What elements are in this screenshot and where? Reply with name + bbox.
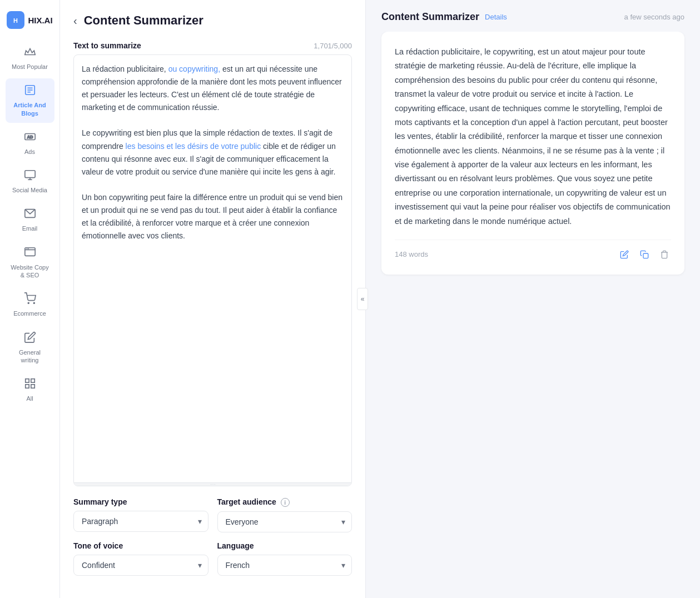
svg-rect-8 — [24, 171, 34, 178]
svg-rect-20 — [25, 385, 28, 388]
content-area: ‹ Content Summarizer Text to summarize 1… — [60, 0, 700, 598]
tone-select-wrapper: Confident Formal Casual Friendly — [73, 555, 208, 576]
sidebar-item-most-popular[interactable]: Most Popular — [6, 40, 54, 76]
sidebar-item-website-seo-label: Website Copy & SEO — [10, 263, 50, 280]
delete-button[interactable] — [658, 248, 671, 261]
back-button[interactable]: ‹ — [73, 14, 77, 27]
language-group: Language French English Spanish German — [217, 541, 353, 576]
tone-select[interactable]: Confident Formal Casual Friendly — [73, 555, 208, 576]
sidebar-item-article-blogs-label: Article And Blogs — [10, 101, 50, 117]
language-label: Language — [217, 541, 353, 550]
sidebar-item-social-media-label: Social Media — [12, 186, 47, 194]
sidebar-item-email[interactable]: Email — [6, 202, 54, 238]
target-audience-group: Target audience i Everyone Business Stud… — [217, 497, 353, 532]
crown-icon — [24, 46, 36, 61]
sidebar-item-email-label: Email — [22, 225, 38, 232]
edit-button[interactable] — [618, 248, 631, 261]
page-title: Content Summarizer — [84, 13, 203, 28]
collapse-button[interactable]: « — [357, 288, 368, 310]
sidebar-item-ecommerce[interactable]: Ecommerce — [6, 287, 54, 323]
svg-rect-18 — [25, 379, 28, 382]
sidebar-item-general-writing[interactable]: General writing — [6, 326, 54, 370]
sidebar-item-social-media[interactable]: Social Media — [6, 163, 54, 200]
monitor-icon — [24, 169, 36, 184]
grid-icon — [24, 377, 36, 392]
char-count: 1,701/5,000 — [314, 42, 352, 50]
output-header: Content Summarizer Details a few seconds… — [366, 0, 700, 32]
left-panel: ‹ Content Summarizer Text to summarize 1… — [60, 0, 366, 598]
output-title: Content Summarizer — [381, 11, 479, 23]
form-row-1: Summary type Paragraph Bullet Points Bri… — [73, 497, 352, 532]
language-select-wrapper: French English Spanish German — [217, 555, 353, 576]
sidebar-item-all[interactable]: All — [6, 372, 54, 408]
article-icon — [24, 84, 36, 99]
target-audience-label: Target audience i — [217, 497, 353, 507]
copy-button[interactable] — [638, 248, 651, 261]
form-section: Text to summarize 1,701/5,000 La rédacti… — [73, 41, 352, 585]
target-audience-select-wrapper: Everyone Business Students General Publi… — [217, 511, 353, 532]
sidebar-item-all-label: All — [26, 395, 33, 402]
logo-icon: H — [7, 11, 24, 29]
text-field-label: Text to summarize — [73, 41, 141, 50]
summary-type-group: Summary type Paragraph Bullet Points Bri… — [73, 497, 208, 532]
app-name: HIX.AI — [28, 16, 52, 25]
svg-rect-21 — [31, 385, 34, 388]
sidebar-item-ads-label: Ads — [24, 148, 35, 156]
sidebar-item-website-seo[interactable]: Website Copy & SEO — [6, 241, 54, 285]
tone-label: Tone of voice — [73, 541, 208, 550]
website-icon — [24, 246, 36, 261]
sidebar: H HIX.AI Most Popular Article And Blogs — [0, 0, 60, 598]
result-footer: 148 words — [395, 240, 671, 261]
svg-rect-22 — [643, 253, 648, 258]
output-body: La rédaction publicitaire, le copywritin… — [366, 32, 700, 598]
main-content: ‹ Content Summarizer Text to summarize 1… — [60, 0, 700, 598]
sidebar-item-ecommerce-label: Ecommerce — [13, 310, 46, 317]
field-header: Text to summarize 1,701/5,000 — [73, 41, 352, 50]
result-actions — [618, 248, 671, 261]
right-panel: Content Summarizer Details a few seconds… — [366, 0, 700, 598]
svg-rect-19 — [31, 379, 34, 382]
sidebar-item-article-blogs[interactable]: Article And Blogs — [6, 78, 54, 123]
svg-rect-12 — [24, 248, 34, 256]
textarea-wrapper: La rédaction publicitaire, ou copywritin… — [73, 54, 352, 486]
tone-group: Tone of voice Confident Formal Casual Fr… — [73, 541, 208, 576]
summary-type-label: Summary type — [73, 497, 208, 506]
timestamp: a few seconds ago — [624, 13, 684, 21]
sidebar-item-most-popular-label: Most Popular — [12, 63, 48, 71]
page-header: ‹ Content Summarizer — [73, 13, 352, 28]
details-link[interactable]: Details — [485, 13, 507, 21]
app-logo[interactable]: H HIX.AI — [0, 7, 59, 38]
sidebar-item-general-writing-label: General writing — [10, 348, 50, 365]
svg-text:AD: AD — [27, 134, 33, 139]
target-audience-select[interactable]: Everyone Business Students General Publi… — [217, 511, 353, 532]
svg-text:H: H — [13, 17, 18, 24]
summary-type-select-wrapper: Paragraph Bullet Points Brief — [73, 511, 208, 532]
resize-handle[interactable]: ⋯ — [74, 482, 351, 486]
svg-point-16 — [28, 303, 29, 304]
textarea-display[interactable]: La rédaction publicitaire, ou copywritin… — [74, 55, 351, 482]
result-card: La rédaction publicitaire, le copywritin… — [381, 32, 684, 275]
result-text: La rédaction publicitaire, le copywritin… — [395, 45, 671, 228]
info-icon: i — [281, 498, 290, 507]
cart-icon — [24, 292, 36, 307]
summary-type-select[interactable]: Paragraph Bullet Points Brief — [73, 511, 208, 532]
email-icon — [24, 207, 36, 222]
svg-point-17 — [33, 303, 34, 304]
sidebar-item-ads[interactable]: AD Ads — [6, 125, 54, 161]
output-title-group: Content Summarizer Details — [381, 11, 507, 23]
language-select[interactable]: French English Spanish German — [217, 555, 353, 576]
word-count: 148 words — [395, 250, 428, 258]
form-row-2: Tone of voice Confident Formal Casual Fr… — [73, 541, 352, 576]
pencil-icon — [24, 331, 36, 346]
ads-icon: AD — [24, 131, 36, 146]
